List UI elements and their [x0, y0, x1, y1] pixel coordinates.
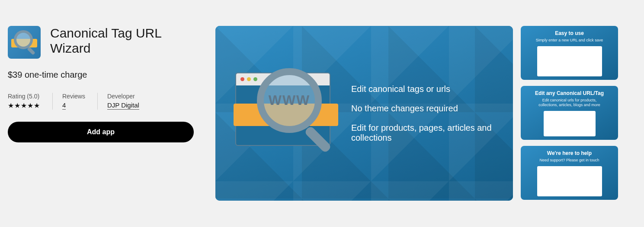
- thumbnail[interactable]: Edit any Canonical URL/Tag Edit canonica…: [521, 86, 618, 140]
- app-title: Canonical Tag URL Wizard: [50, 26, 194, 56]
- hero-bullet: No theme changes required: [351, 104, 497, 114]
- thumb-subtitle: Edit canonical urls for products, collec…: [533, 98, 606, 107]
- hero-bullets: Edit canonical tags or urls No theme cha…: [351, 84, 497, 143]
- app-price: $39 one-time charge: [8, 70, 194, 80]
- media-gallery: WWW Edit canonical tags or urls No theme…: [215, 26, 636, 201]
- developer-link[interactable]: DJP Digital: [107, 101, 139, 110]
- app-info-panel: Canonical Tag URL Wizard $39 one-time ch…: [8, 26, 194, 201]
- developer-label: Developer: [107, 93, 139, 100]
- thumb-title: Edit any Canonical URL/Tag: [535, 90, 604, 96]
- thumb-subtitle: Need support? Please get in touch: [539, 158, 599, 163]
- thumbnail[interactable]: We're here to help Need support? Please …: [521, 146, 618, 200]
- rating-label: Rating (5.0): [8, 93, 40, 100]
- rating-block: Rating (5.0) ★★★★★: [8, 93, 40, 110]
- rating-stars: ★★★★★: [8, 101, 40, 110]
- magnifier-icon: WWW: [257, 68, 322, 133]
- reviews-label: Reviews: [62, 93, 85, 100]
- thumbnail[interactable]: Easy to use Simply enter a new URL and c…: [521, 26, 618, 80]
- hero-bullet: Edit for products, pages, articles and c…: [351, 123, 497, 143]
- thumb-preview: [544, 111, 596, 136]
- app-icon: [8, 26, 41, 59]
- thumb-preview: [537, 166, 602, 196]
- thumbnail-column: Easy to use Simply enter a new URL and c…: [521, 26, 618, 201]
- thumb-subtitle: Simply enter a new URL and click save: [536, 38, 603, 43]
- thumb-preview: [537, 46, 602, 76]
- hero-graphic: WWW: [231, 64, 339, 163]
- reviews-block: Reviews 4: [52, 93, 85, 110]
- app-meta-row: Rating (5.0) ★★★★★ Reviews 4 Developer D…: [8, 93, 194, 110]
- developer-block: Developer DJP Digital: [97, 93, 139, 110]
- hero-bullet: Edit canonical tags or urls: [351, 84, 497, 94]
- reviews-count-link[interactable]: 4: [62, 101, 66, 110]
- add-app-button[interactable]: Add app: [8, 122, 194, 142]
- hero-image[interactable]: WWW Edit canonical tags or urls No theme…: [215, 26, 513, 201]
- thumb-title: Easy to use: [555, 30, 584, 36]
- thumb-title: We're here to help: [547, 150, 592, 156]
